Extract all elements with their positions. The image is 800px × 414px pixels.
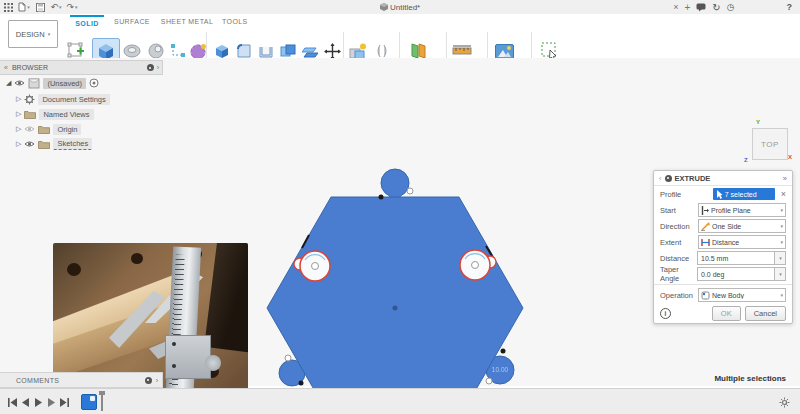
extrude-dialog: ‹ EXTRUDE » Profile 7 selected × Start P… xyxy=(653,170,793,324)
dialog-title: EXTRUDE xyxy=(675,174,780,183)
cursor-icon xyxy=(716,190,723,199)
expand-icon[interactable]: ▷ xyxy=(16,125,21,133)
distance-extent-icon xyxy=(701,238,710,247)
browser-root-row[interactable]: ◢ (Unsaved) xyxy=(6,76,99,90)
timeline-bar xyxy=(0,388,800,414)
dialog-divider xyxy=(654,284,792,285)
expand-icon[interactable]: ▷ xyxy=(16,110,21,118)
folder-icon xyxy=(24,110,36,119)
timeline-settings-gear-icon[interactable] xyxy=(779,397,790,408)
browser-item-origin[interactable]: ▷ Origin xyxy=(16,122,81,136)
field-extent: Extent Distance▾ xyxy=(654,234,792,250)
panel-dock-icon[interactable] xyxy=(145,377,152,384)
field-operation: Operation New Body▾ xyxy=(654,287,792,303)
title-bar: ▾ ↶▾ ↷▾ Untitled* × + ↻ ◷ ? xyxy=(0,0,800,15)
cancel-button[interactable]: Cancel xyxy=(745,306,786,321)
comments-bar[interactable]: COMMENTS › xyxy=(0,372,163,388)
center-point xyxy=(393,306,398,311)
tab-solid[interactable]: SOLID xyxy=(70,15,104,29)
hexagon-sketch-profile[interactable]: 10.00 xyxy=(250,150,550,414)
new-tab-icon[interactable]: + xyxy=(684,2,690,13)
caliper-thumb-wheel xyxy=(205,355,221,371)
timeline-playhead[interactable] xyxy=(101,393,103,411)
timeline-sketch-feature[interactable] xyxy=(81,394,97,410)
field-distance: Distance 10.5 mm ▾ xyxy=(654,250,792,266)
operation-select[interactable]: New Body▾ xyxy=(698,288,786,302)
expand-icon[interactable]: ▷ xyxy=(16,140,21,148)
profile-clear-icon[interactable]: × xyxy=(781,189,786,199)
selection-status-text: Multiple selections xyxy=(714,374,786,383)
caliper-screw xyxy=(172,342,176,346)
activate-radio-icon[interactable] xyxy=(89,78,99,88)
dialog-footer: i OK Cancel xyxy=(654,303,792,323)
browser-header[interactable]: « BROWSER › xyxy=(0,60,163,75)
sync-status-icon[interactable]: ↻ xyxy=(712,2,720,13)
file-menu-icon[interactable]: ▾ xyxy=(16,1,32,13)
folder-icon xyxy=(38,125,50,134)
taper-angle-input[interactable]: 0.0 deg xyxy=(697,267,775,281)
viewcube-face-top[interactable]: TOP xyxy=(752,128,788,160)
redo-icon[interactable]: ↷▾ xyxy=(64,1,80,13)
expand-icon[interactable]: ▷ xyxy=(16,95,21,103)
distance-input[interactable]: 10.5 mm xyxy=(697,251,775,265)
step-back-button[interactable] xyxy=(19,396,32,409)
folder-icon xyxy=(38,140,50,149)
panel-chevron-icon[interactable]: › xyxy=(156,377,158,384)
job-status-icon[interactable]: ◷ xyxy=(727,2,735,12)
ok-button[interactable]: OK xyxy=(712,306,741,321)
browser-item-document-settings[interactable]: ▷ Document Settings xyxy=(16,92,110,106)
field-direction: Direction One Side▾ xyxy=(654,218,792,234)
tab-tools[interactable]: TOOLS xyxy=(222,15,248,27)
document-title: Untitled* xyxy=(390,3,420,12)
comments-bubble-icon[interactable] xyxy=(696,3,706,12)
save-icon[interactable] xyxy=(32,1,48,13)
taper-spinner[interactable]: ▾ xyxy=(775,267,786,281)
expand-icon[interactable]: ◢ xyxy=(6,79,11,87)
field-start: Start Profile Plane▾ xyxy=(654,202,792,218)
go-to-start-button[interactable] xyxy=(6,396,19,409)
dialog-pin-icon[interactable]: » xyxy=(783,174,787,183)
toolbar-ribbon: DESIGN▾ SOLID SURFACE SHEET METAL TOOLS … xyxy=(0,14,800,59)
step-forward-button[interactable] xyxy=(45,396,58,409)
dialog-grip-icon[interactable]: ‹ xyxy=(659,174,662,183)
tab-surface[interactable]: SURFACE xyxy=(112,15,152,27)
field-taper-angle: Taper Angle 0.0 deg ▾ xyxy=(654,266,792,282)
bench-dog-hole xyxy=(67,263,81,276)
root-document-label[interactable]: (Unsaved) xyxy=(43,78,86,89)
help-icon[interactable]: ? xyxy=(787,2,793,12)
go-to-end-button[interactable] xyxy=(58,396,71,409)
distance-spinner[interactable]: ▾ xyxy=(775,251,786,265)
extrude-dialog-header[interactable]: ‹ EXTRUDE » xyxy=(654,171,792,186)
dimension-label: 10.00 xyxy=(492,366,509,373)
extent-select[interactable]: Distance▾ xyxy=(698,235,786,249)
y-axis-label: Y xyxy=(756,119,760,125)
undo-icon[interactable]: ↶▾ xyxy=(48,1,64,13)
direction-select[interactable]: One Side▾ xyxy=(698,219,786,233)
z-axis-label: Z xyxy=(744,157,748,163)
field-profile: Profile 7 selected × xyxy=(654,186,792,202)
tab-close-icon[interactable]: × xyxy=(673,2,678,12)
app-grid-icon[interactable] xyxy=(0,1,16,13)
visibility-eye-icon[interactable] xyxy=(14,79,25,87)
profile-selected-chip[interactable]: 7 selected xyxy=(713,188,775,200)
play-button[interactable] xyxy=(32,396,45,409)
start-select[interactable]: Profile Plane▾ xyxy=(698,203,786,217)
browser-item-sketches[interactable]: ▷ Sketches xyxy=(16,137,92,151)
one-side-icon xyxy=(701,222,710,231)
x-axis-label: X xyxy=(788,154,792,160)
panel-chevron-icon[interactable]: › xyxy=(157,64,159,71)
tab-sheet-metal[interactable]: SHEET METAL xyxy=(160,15,214,27)
profile-plane-icon xyxy=(701,206,709,215)
info-icon[interactable]: i xyxy=(660,308,671,319)
browser-item-named-views[interactable]: ▷ Named Views xyxy=(16,107,94,121)
caliper-slider xyxy=(165,335,211,379)
viewport-canvas[interactable]: 10.00 « xyxy=(0,58,800,386)
design-workspace-selector[interactable]: DESIGN▾ xyxy=(8,20,58,48)
visibility-eye-icon[interactable] xyxy=(24,125,35,133)
panel-dock-icon[interactable] xyxy=(147,64,154,71)
caliper-screw xyxy=(172,364,176,368)
bench-dog-hole xyxy=(131,253,143,264)
collapse-panel-icon[interactable]: « xyxy=(4,64,8,71)
dialog-dot-icon xyxy=(665,175,672,182)
visibility-eye-icon[interactable] xyxy=(24,140,35,148)
